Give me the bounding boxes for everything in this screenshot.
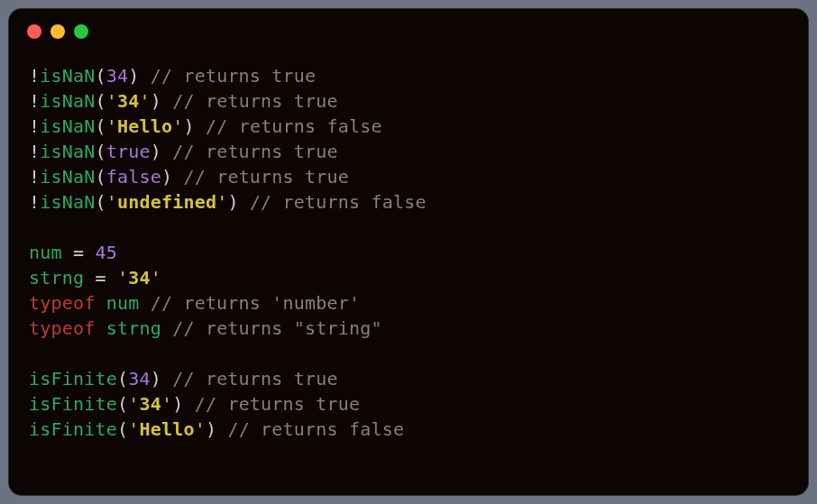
string-body: Hello bbox=[139, 418, 194, 440]
code-line: typeof strng // returns "string" bbox=[29, 317, 382, 339]
fn-isfinite: isFinite bbox=[29, 368, 117, 389]
fn-isnan: isNaN bbox=[40, 115, 95, 137]
paren-open: ( bbox=[117, 418, 128, 440]
comment-text: // returns "string" bbox=[161, 317, 382, 339]
comment-text: // returns false bbox=[195, 115, 382, 137]
string-body: 34 bbox=[128, 267, 150, 289]
comment-text: // returns true bbox=[161, 90, 338, 112]
comment-text: // returns true bbox=[172, 166, 349, 188]
window-titlebar bbox=[9, 9, 808, 54]
paren-open: ( bbox=[117, 368, 128, 389]
paren-close: ) bbox=[183, 115, 194, 137]
string-quote: ' bbox=[106, 90, 117, 112]
var-strng: strng bbox=[106, 317, 161, 339]
string-quote: ' bbox=[195, 418, 206, 440]
paren-close: ) bbox=[172, 393, 183, 415]
fn-isnan: isNaN bbox=[40, 65, 95, 87]
paren-open: ( bbox=[95, 166, 106, 188]
paren-open: ( bbox=[95, 191, 106, 213]
string-quote: ' bbox=[216, 191, 227, 213]
var-num: num bbox=[106, 292, 140, 314]
paren-close: ) bbox=[227, 191, 238, 213]
zoom-icon[interactable] bbox=[74, 24, 88, 39]
code-line: !isNaN(false) // returns true bbox=[29, 166, 349, 188]
number-literal: 34 bbox=[106, 65, 128, 87]
paren-close: ) bbox=[151, 368, 161, 389]
fn-isnan: isNaN bbox=[40, 90, 95, 112]
operator-not: ! bbox=[29, 65, 40, 87]
keyword-typeof: typeof bbox=[29, 317, 95, 339]
operator-not: ! bbox=[29, 90, 40, 112]
operator-assign: = bbox=[84, 267, 117, 289]
paren-close: ) bbox=[151, 90, 161, 112]
code-line: !isNaN(34) // returns true bbox=[29, 65, 316, 87]
code-line: isFinite(34) // returns true bbox=[29, 368, 338, 389]
minimize-icon[interactable] bbox=[50, 24, 65, 39]
var-strng: strng bbox=[29, 267, 84, 289]
string-body: 34 bbox=[117, 90, 139, 112]
code-line: num = 45 bbox=[29, 242, 117, 263]
code-line: isFinite('Hello') // returns false bbox=[29, 418, 404, 440]
operator-not: ! bbox=[29, 141, 40, 162]
literal-true: true bbox=[106, 141, 151, 162]
number-literal: 34 bbox=[128, 368, 150, 389]
paren-open: ( bbox=[95, 65, 106, 87]
var-num: num bbox=[29, 242, 62, 263]
literal-false: false bbox=[106, 166, 161, 188]
code-line: strng = '34' bbox=[29, 267, 161, 289]
paren-close: ) bbox=[161, 166, 172, 188]
comment-text: // returns true bbox=[161, 368, 338, 389]
operator-not: ! bbox=[29, 115, 40, 137]
string-quote: ' bbox=[128, 393, 139, 415]
comment-text: // returns true bbox=[139, 65, 316, 87]
string-quote: ' bbox=[139, 90, 150, 112]
comment-text: // returns true bbox=[161, 141, 338, 162]
fn-isfinite: isFinite bbox=[29, 393, 117, 415]
operator-not: ! bbox=[29, 166, 40, 188]
keyword-typeof: typeof bbox=[29, 292, 95, 314]
code-line: isFinite('34') // returns true bbox=[29, 393, 360, 415]
string-quote: ' bbox=[117, 267, 128, 289]
string-body: undefined bbox=[117, 191, 216, 213]
comment-text: // returns 'number' bbox=[139, 292, 360, 314]
code-block: !isNaN(34) // returns true !isNaN('34') … bbox=[9, 54, 808, 462]
fn-isnan: isNaN bbox=[40, 191, 95, 213]
paren-open: ( bbox=[95, 115, 106, 137]
close-icon[interactable] bbox=[27, 24, 41, 39]
string-quote: ' bbox=[151, 267, 161, 289]
string-quote: ' bbox=[106, 115, 117, 137]
code-line: !isNaN('34') // returns true bbox=[29, 90, 338, 112]
string-body: 34 bbox=[139, 393, 161, 415]
terminal-window: !isNaN(34) // returns true !isNaN('34') … bbox=[9, 9, 808, 495]
fn-isnan: isNaN bbox=[40, 166, 95, 188]
paren-close: ) bbox=[151, 141, 161, 162]
string-body: Hello bbox=[117, 115, 172, 137]
operator-not: ! bbox=[29, 191, 40, 213]
comment-text: // returns true bbox=[183, 393, 360, 415]
paren-open: ( bbox=[95, 90, 106, 112]
string-quote: ' bbox=[128, 418, 139, 440]
code-line: typeof num // returns 'number' bbox=[29, 292, 360, 314]
comment-text: // returns false bbox=[239, 191, 427, 213]
number-literal: 45 bbox=[95, 242, 116, 263]
fn-isnan: isNaN bbox=[40, 141, 95, 162]
paren-close: ) bbox=[128, 65, 139, 87]
code-line: !isNaN(true) // returns true bbox=[29, 141, 338, 162]
paren-open: ( bbox=[117, 393, 128, 415]
paren-close: ) bbox=[206, 418, 216, 440]
fn-isfinite: isFinite bbox=[29, 418, 117, 440]
string-quote: ' bbox=[172, 115, 183, 137]
code-line: !isNaN('undefined') // returns false bbox=[29, 191, 427, 213]
operator-assign: = bbox=[62, 242, 96, 263]
comment-text: // returns false bbox=[216, 418, 404, 440]
code-line: !isNaN('Hello') // returns false bbox=[29, 115, 382, 137]
string-quote: ' bbox=[106, 191, 117, 213]
string-quote: ' bbox=[161, 393, 172, 415]
paren-open: ( bbox=[95, 141, 106, 162]
